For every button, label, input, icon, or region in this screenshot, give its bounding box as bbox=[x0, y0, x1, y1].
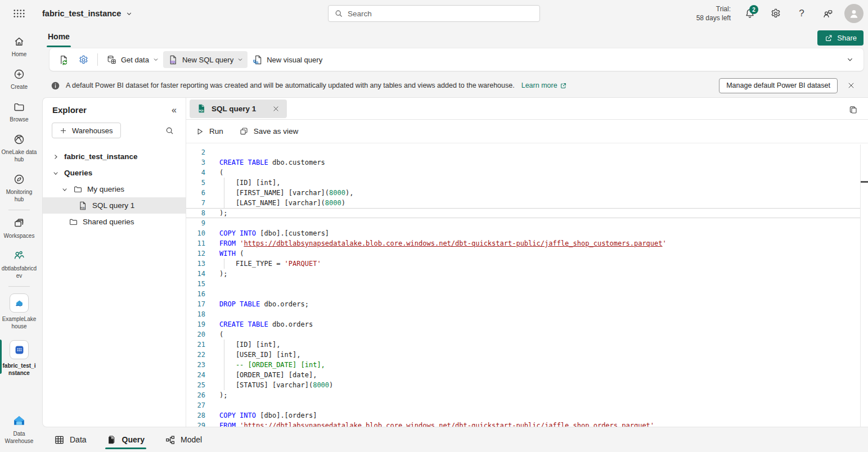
get-data-button[interactable]: Get data bbox=[102, 51, 163, 68]
line-content: [ID] [int], bbox=[219, 178, 280, 188]
share-button[interactable]: Share bbox=[817, 30, 863, 46]
code-line-12[interactable]: 12WITH ( bbox=[186, 248, 868, 259]
rail-item-create[interactable]: Create bbox=[0, 63, 38, 96]
new-sql-query-button[interactable]: SQL New SQL query bbox=[163, 51, 248, 68]
collapse-explorer-icon[interactable]: « bbox=[172, 106, 177, 115]
close-tab-icon[interactable] bbox=[269, 102, 282, 115]
code-line-20[interactable]: 20( bbox=[186, 329, 868, 340]
line-number: 27 bbox=[186, 400, 205, 410]
add-warehouses-button[interactable]: Warehouses bbox=[52, 123, 121, 138]
rail-item-examplelakehouse[interactable]: ExampleLakehouse bbox=[0, 288, 38, 335]
chevron-down-icon[interactable] bbox=[61, 186, 69, 193]
line-content: FILE_TYPE = 'PARQUET' bbox=[219, 259, 321, 269]
code-line-24[interactable]: 24 [ORDER_DATE] [date], bbox=[186, 370, 868, 380]
code-line-19[interactable]: 19CREATE TABLE dbo.orders bbox=[186, 319, 868, 329]
view-tab-model[interactable]: Model bbox=[165, 427, 202, 452]
global-search[interactable] bbox=[328, 5, 540, 22]
item-icon-box bbox=[10, 340, 29, 359]
overview-ruler[interactable] bbox=[860, 144, 861, 427]
query-command-bar: Run Save as view bbox=[186, 120, 868, 143]
code-line-26[interactable]: 26); bbox=[186, 390, 868, 400]
search-input[interactable] bbox=[348, 10, 534, 18]
chevron-right-icon[interactable] bbox=[52, 153, 60, 160]
code-editor[interactable]: 23CREATE TABLE dbo.customers4(5 [ID] [in… bbox=[186, 144, 868, 427]
tab-sql-query-1[interactable]: SQL SQL query 1 bbox=[190, 100, 287, 118]
external-link-icon bbox=[560, 82, 567, 89]
rail-item-home[interactable]: Home bbox=[0, 30, 38, 63]
collapse-ribbon-chevron-icon[interactable] bbox=[841, 53, 859, 66]
app-launcher-waffle-icon[interactable] bbox=[12, 7, 26, 20]
tree-item-sql-query-1[interactable]: SQLSQL query 1 bbox=[43, 197, 186, 214]
code-line-11[interactable]: 11FROM 'https://dbtlabsynapsedatalake.bl… bbox=[186, 238, 868, 248]
code-line-23[interactable]: 23 -- [ORDER_DATE] [int], bbox=[186, 360, 868, 370]
code-line-16[interactable]: 16 bbox=[186, 289, 868, 299]
new-visual-query-button[interactable]: New visual query bbox=[248, 51, 327, 68]
help-icon[interactable]: ? bbox=[793, 4, 811, 22]
rail-item-workspaces[interactable]: Workspaces bbox=[0, 212, 38, 245]
explorer-search-icon[interactable] bbox=[165, 126, 174, 135]
tab-home[interactable]: Home bbox=[47, 27, 71, 46]
code-line-14[interactable]: 14); bbox=[186, 269, 868, 279]
query-settings-gear-icon[interactable] bbox=[74, 51, 93, 68]
save-as-view-button[interactable]: Save as view bbox=[239, 126, 299, 136]
code-line-7[interactable]: 7 [LAST_NAME] [varchar](8000) bbox=[186, 198, 868, 208]
code-line-3[interactable]: 3CREATE TABLE dbo.customers bbox=[186, 157, 868, 168]
code-line-4[interactable]: 4( bbox=[186, 168, 868, 178]
tree-item-label: Queries bbox=[64, 169, 92, 177]
view-tab-data[interactable]: Data bbox=[54, 427, 87, 452]
settings-gear-icon[interactable] bbox=[767, 4, 785, 22]
chevron-down-icon[interactable] bbox=[52, 170, 60, 177]
notifications-bell-icon[interactable]: 2 bbox=[741, 4, 759, 22]
user-avatar[interactable] bbox=[844, 4, 863, 23]
run-button[interactable]: Run bbox=[195, 127, 223, 136]
line-number: 4 bbox=[186, 168, 205, 178]
tree-item-my-queries[interactable]: My queries bbox=[43, 181, 186, 197]
chevron-down-icon bbox=[126, 11, 132, 17]
rail-item-dbtlabsfabricdev[interactable]: dbtlabsfabricdev bbox=[0, 245, 38, 284]
code-line-27[interactable]: 27 bbox=[186, 400, 868, 410]
line-number: 18 bbox=[186, 309, 205, 319]
line-content: CREATE TABLE dbo.orders bbox=[219, 319, 313, 329]
indent-guide bbox=[224, 188, 224, 198]
code-line-15[interactable]: 15 bbox=[186, 279, 868, 289]
view-tab-query[interactable]: Query bbox=[107, 427, 145, 452]
manage-default-dataset-button[interactable]: Manage default Power BI dataset bbox=[719, 78, 838, 93]
rail-item-onelake-data-hub[interactable]: OneLake data hub bbox=[0, 128, 38, 168]
code-line-29[interactable]: 29FROM 'https://dbtlabsynapsedatalake.bl… bbox=[186, 421, 868, 427]
banner-close-icon[interactable] bbox=[843, 78, 859, 93]
workspace-switcher[interactable]: fabric_test_instance bbox=[42, 0, 132, 27]
code-line-8[interactable]: 8); bbox=[186, 208, 868, 218]
code-line-18[interactable]: 18 bbox=[186, 309, 868, 319]
rail-item-browse[interactable]: Browse bbox=[0, 96, 38, 128]
line-number: 28 bbox=[186, 410, 205, 421]
line-number: 3 bbox=[186, 157, 205, 168]
indent-guide bbox=[224, 360, 224, 370]
learn-more-link[interactable]: Learn more bbox=[521, 82, 567, 89]
rail-item-monitoring-hub[interactable]: Monitoring hub bbox=[0, 168, 38, 208]
line-content: [ORDER_DATE] [date], bbox=[219, 370, 317, 380]
rail-item-label: Workspaces bbox=[4, 232, 35, 239]
code-line-6[interactable]: 6 [FIRST_NAME] [varchar](8000), bbox=[186, 188, 868, 198]
tree-item-fabric-test-instance[interactable]: fabric_test_instance bbox=[43, 148, 186, 165]
code-line-5[interactable]: 5 [ID] [int], bbox=[186, 178, 868, 188]
code-line-2[interactable]: 2 bbox=[186, 147, 868, 157]
line-number: 15 bbox=[186, 279, 205, 289]
code-line-17[interactable]: 17DROP TABLE dbo.orders; bbox=[186, 299, 868, 309]
tree-item-queries[interactable]: Queries bbox=[43, 165, 186, 181]
rail-item-data-warehouse[interactable]: Data Warehouse bbox=[0, 409, 38, 450]
feedback-icon[interactable] bbox=[818, 4, 836, 22]
code-line-9[interactable]: 9 bbox=[186, 218, 868, 228]
code-line-22[interactable]: 22 [USER_ID] [int], bbox=[186, 350, 868, 360]
home-icon bbox=[13, 35, 25, 48]
copy-icon[interactable] bbox=[845, 102, 860, 117]
code-line-13[interactable]: 13 FILE_TYPE = 'PARQUET' bbox=[186, 259, 868, 269]
tree-item-shared-queries[interactable]: Shared queries bbox=[43, 214, 186, 230]
query-doc-icon bbox=[107, 435, 117, 445]
code-line-25[interactable]: 25 [STATUS] [varchar](8000) bbox=[186, 380, 868, 390]
rail-item-fabric-test-instance[interactable]: fabric_test_instance bbox=[0, 335, 38, 382]
code-line-10[interactable]: 10COPY INTO [dbo].[customers] bbox=[186, 228, 868, 238]
code-line-21[interactable]: 21 [ID] [int], bbox=[186, 340, 868, 350]
explorer-panel: Explorer « Warehouses fabric_test_instan… bbox=[43, 98, 186, 427]
code-line-28[interactable]: 28COPY INTO [dbo].[orders] bbox=[186, 410, 868, 421]
refresh-dataset-button[interactable] bbox=[54, 51, 74, 68]
